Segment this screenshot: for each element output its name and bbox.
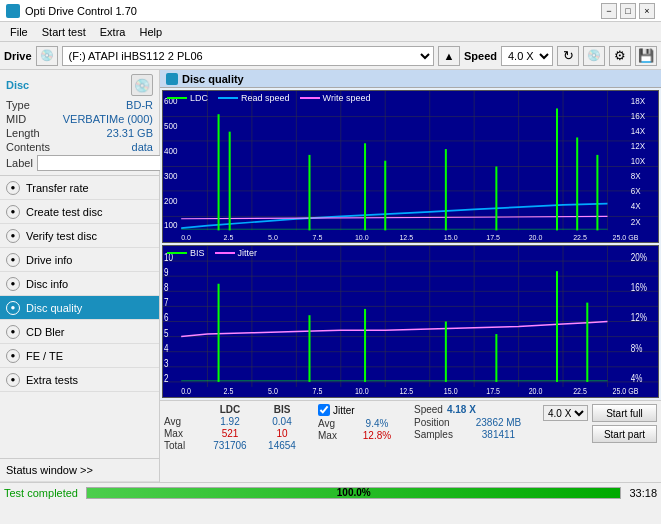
disc-label-row: Label ✏ — [6, 155, 153, 171]
menu-extra[interactable]: Extra — [94, 24, 132, 40]
legend-ldc-label: LDC — [190, 93, 208, 103]
svg-text:2.5: 2.5 — [224, 232, 234, 242]
svg-text:20%: 20% — [631, 252, 647, 263]
nav-icon-create: ● — [6, 205, 20, 219]
drive-bar: Drive 💿 (F:) ATAPI iHBS112 2 PL06 ▲ Spee… — [0, 42, 661, 70]
avg-jitter: 9.4% — [352, 418, 402, 429]
svg-text:17.5: 17.5 — [486, 387, 500, 397]
disc-header: Disc 💿 — [6, 74, 153, 96]
svg-text:400: 400 — [164, 145, 178, 156]
nav-icon-extra-tests: ● — [6, 373, 20, 387]
nav-create-test-disc[interactable]: ● Create test disc — [0, 200, 159, 224]
svg-text:7: 7 — [164, 298, 168, 309]
total-bis: 14654 — [258, 440, 306, 451]
avg-bis: 0.04 — [258, 416, 306, 427]
maximize-btn[interactable]: □ — [620, 3, 636, 19]
disc-type-row: Type BD-R — [6, 99, 153, 111]
nav-icon-drive-info: ● — [6, 253, 20, 267]
start-part-btn[interactable]: Start part — [592, 425, 657, 443]
max-jitter-label: Max — [318, 430, 348, 441]
dq-icon — [166, 73, 178, 85]
nav-verify-test-disc[interactable]: ● Verify test disc — [0, 224, 159, 248]
nav-transfer-rate[interactable]: ● Transfer rate — [0, 176, 159, 200]
drive-icon-btn[interactable]: 💿 — [36, 46, 58, 66]
nav-label-disc-quality: Disc quality — [26, 302, 82, 314]
refresh-btn[interactable]: ↻ — [557, 46, 579, 66]
svg-text:2X: 2X — [631, 216, 641, 227]
svg-text:5.0: 5.0 — [268, 232, 278, 242]
speed-label: Speed — [464, 50, 497, 62]
menu-bar: File Start test Extra Help — [0, 22, 661, 42]
legend-jitter: Jitter — [215, 248, 258, 258]
chart2-svg: 10 9 8 7 6 5 4 3 2 20% 16% 12% 8% 4% 0 — [163, 246, 658, 397]
svg-text:10.0: 10.0 — [355, 232, 369, 242]
svg-text:14X: 14X — [631, 125, 646, 136]
nav-fe-te[interactable]: ● FE / TE — [0, 344, 159, 368]
col-empty — [164, 404, 202, 415]
legend-jitter-label: Jitter — [238, 248, 258, 258]
disc-btn[interactable]: 💿 — [583, 46, 605, 66]
legend-ldc-color — [167, 97, 187, 99]
drive-select[interactable]: (F:) ATAPI iHBS112 2 PL06 — [62, 46, 434, 66]
save-btn[interactable]: 💾 — [635, 46, 657, 66]
svg-text:15.0: 15.0 — [444, 232, 458, 242]
chart-ldc: LDC Read speed Write speed — [162, 90, 659, 243]
disc-scan-btn[interactable]: 💿 — [131, 74, 153, 96]
svg-text:7.5: 7.5 — [313, 232, 323, 242]
svg-text:18X: 18X — [631, 95, 646, 106]
content-area: Disc quality LDC Read speed Wri — [160, 70, 661, 482]
title-bar-controls: − □ × — [601, 3, 655, 19]
nav-label-drive-info: Drive info — [26, 254, 72, 266]
max-label: Max — [164, 428, 202, 439]
svg-text:4: 4 — [164, 343, 168, 354]
close-btn[interactable]: × — [639, 3, 655, 19]
disc-contents-row: Contents data — [6, 141, 153, 153]
avg-label: Avg — [164, 416, 202, 427]
sidebar: Disc 💿 Type BD-R MID VERBATIMe (000) Len… — [0, 70, 160, 482]
start-full-btn[interactable]: Start full — [592, 404, 657, 422]
status-window-btn[interactable]: Status window >> — [0, 458, 159, 482]
disc-contents-val: data — [132, 141, 153, 153]
nav-extra-tests[interactable]: ● Extra tests — [0, 368, 159, 392]
progress-bar: 100.0% — [86, 487, 621, 499]
nav-label-extra-tests: Extra tests — [26, 374, 78, 386]
jitter-label: Jitter — [333, 405, 355, 416]
drive-eject-btn[interactable]: ▲ — [438, 46, 460, 66]
menu-file[interactable]: File — [4, 24, 34, 40]
svg-text:0.0: 0.0 — [181, 232, 191, 242]
disc-section: Disc 💿 Type BD-R MID VERBATIMe (000) Len… — [0, 70, 159, 176]
jitter-checkbox[interactable] — [318, 404, 330, 416]
legend-read: Read speed — [218, 93, 290, 103]
stats-speed-select[interactable]: 4.0 X — [543, 405, 588, 421]
svg-text:12.5: 12.5 — [399, 232, 413, 242]
legend-write-color — [300, 97, 320, 99]
position-val: 23862 MB — [471, 417, 526, 428]
settings-btn[interactable]: ⚙ — [609, 46, 631, 66]
speed-select[interactable]: 4.0 X — [501, 46, 553, 66]
svg-text:22.5: 22.5 — [573, 232, 587, 242]
svg-text:16%: 16% — [631, 282, 647, 293]
nav-icon-disc-info: ● — [6, 277, 20, 291]
position-label: Position — [414, 417, 469, 428]
svg-text:10.0: 10.0 — [355, 387, 369, 397]
nav-drive-info[interactable]: ● Drive info — [0, 248, 159, 272]
nav-disc-quality[interactable]: ● Disc quality — [0, 296, 159, 320]
nav-cd-bler[interactable]: ● CD Bler — [0, 320, 159, 344]
app-icon — [6, 4, 20, 18]
disc-length-val: 23.31 GB — [107, 127, 153, 139]
menu-start-test[interactable]: Start test — [36, 24, 92, 40]
max-bis: 10 — [258, 428, 306, 439]
disc-label-input[interactable] — [37, 155, 170, 171]
svg-text:10X: 10X — [631, 156, 646, 167]
disc-type-label: Type — [6, 99, 30, 111]
nav-disc-info[interactable]: ● Disc info — [0, 272, 159, 296]
legend-ldc: LDC — [167, 93, 208, 103]
minimize-btn[interactable]: − — [601, 3, 617, 19]
svg-text:9: 9 — [164, 267, 168, 278]
svg-text:200: 200 — [164, 195, 178, 206]
disc-mid-label: MID — [6, 113, 26, 125]
menu-help[interactable]: Help — [133, 24, 168, 40]
svg-text:2.5: 2.5 — [224, 387, 234, 397]
nav-label-fe-te: FE / TE — [26, 350, 63, 362]
legend-write: Write speed — [300, 93, 371, 103]
